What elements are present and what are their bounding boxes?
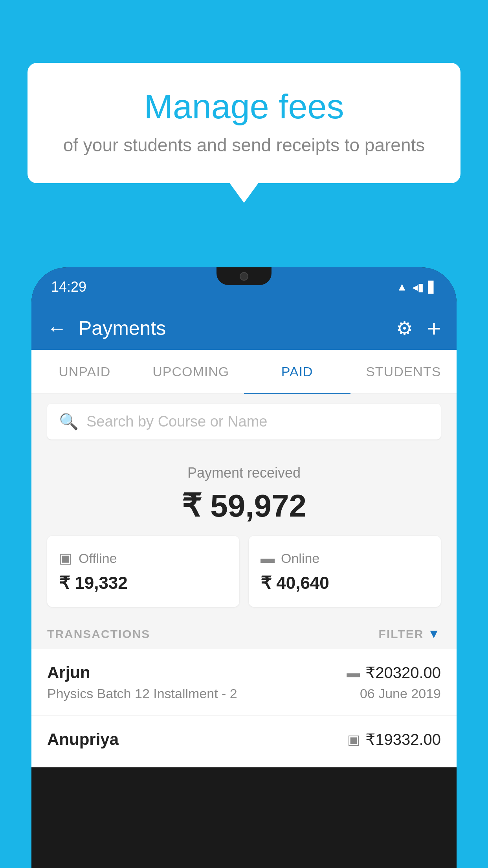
phone-frame: 14:29 ▲ ◂▮ ▋ ← Payments ⚙ + UNPAID <box>31 267 457 868</box>
page-title: Payments <box>79 317 384 340</box>
tabs: UNPAID UPCOMING PAID STUDENTS <box>31 350 457 394</box>
filter-button[interactable]: FILTER ▼ <box>379 627 441 641</box>
tab-paid[interactable]: PAID <box>244 350 350 394</box>
header-actions: ⚙ + <box>396 315 441 342</box>
payment-cards: ▣ Offline ₹ 19,332 ▬ Online ₹ 40,640 <box>31 536 457 619</box>
status-time: 14:29 <box>51 279 86 295</box>
transaction-course: Physics Batch 12 Installment - 2 <box>47 686 237 701</box>
transactions-header: TRANSACTIONS FILTER ▼ <box>31 619 457 649</box>
search-icon: 🔍 <box>59 412 79 431</box>
back-button[interactable]: ← <box>47 317 67 340</box>
transaction-name: Anupriya <box>47 730 119 749</box>
phone-notch <box>216 267 272 285</box>
background: Manage fees of your students and send re… <box>0 0 488 868</box>
settings-icon[interactable]: ⚙ <box>396 317 413 339</box>
phone-screen: 🔍 Search by Course or Name Payment recei… <box>31 394 457 767</box>
status-bar: 14:29 ▲ ◂▮ ▋ <box>31 267 457 307</box>
transactions-label: TRANSACTIONS <box>47 627 150 641</box>
offline-icon: ▣ <box>59 550 72 566</box>
offline-card: ▣ Offline ₹ 19,332 <box>47 536 239 607</box>
online-icon: ▬ <box>261 550 275 566</box>
transaction-name: Arjun <box>47 663 90 682</box>
offline-payment-icon: ▣ <box>347 732 360 747</box>
online-card: ▬ Online ₹ 40,640 <box>249 536 441 607</box>
filter-icon: ▼ <box>427 627 441 641</box>
search-placeholder: Search by Course or Name <box>86 413 267 430</box>
payment-received-label: Payment received <box>47 465 441 481</box>
app-header: ← Payments ⚙ + <box>31 307 457 350</box>
status-icons: ▲ ◂▮ ▋ <box>396 281 437 294</box>
offline-label: Offline <box>79 551 117 566</box>
filter-label: FILTER <box>379 627 424 641</box>
transaction-row[interactable]: Anupriya ▣ ₹19332.00 <box>31 716 457 767</box>
online-label: Online <box>281 551 319 566</box>
speech-bubble-subtitle: of your students and send receipts to pa… <box>59 134 429 156</box>
tab-students[interactable]: STUDENTS <box>350 350 457 394</box>
transaction-date: 06 June 2019 <box>360 686 441 701</box>
transaction-amount: ₹20320.00 <box>365 664 441 682</box>
search-bar-container: 🔍 Search by Course or Name <box>31 394 457 449</box>
camera <box>240 272 248 281</box>
search-input[interactable]: 🔍 Search by Course or Name <box>47 404 441 440</box>
payment-total-amount: ₹ 59,972 <box>47 487 441 524</box>
speech-bubble-title: Manage fees <box>59 86 429 127</box>
payment-received-section: Payment received ₹ 59,972 <box>31 449 457 536</box>
signal-icon: ◂▮ <box>412 281 424 294</box>
transaction-row[interactable]: Arjun ▬ ₹20320.00 Physics Batch 12 Insta… <box>31 649 457 716</box>
wifi-icon: ▲ <box>396 281 407 293</box>
online-amount: ₹ 40,640 <box>261 573 429 593</box>
tab-upcoming[interactable]: UPCOMING <box>138 350 244 394</box>
tab-unpaid[interactable]: UNPAID <box>31 350 138 394</box>
offline-amount: ₹ 19,332 <box>59 573 227 593</box>
battery-icon: ▋ <box>428 281 437 294</box>
speech-bubble: Manage fees of your students and send re… <box>28 63 460 183</box>
transaction-amount: ₹19332.00 <box>365 730 441 748</box>
add-button[interactable]: + <box>427 315 441 342</box>
online-payment-icon: ▬ <box>347 665 360 680</box>
